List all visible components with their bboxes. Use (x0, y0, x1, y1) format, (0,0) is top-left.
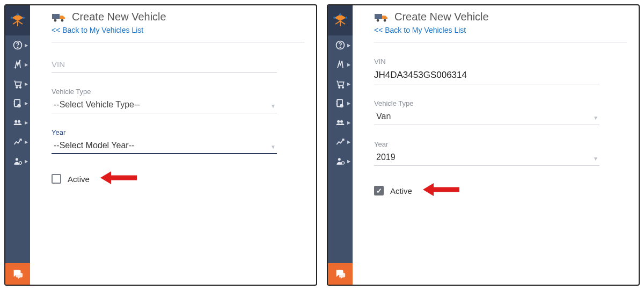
svg-point-9 (19, 105, 20, 106)
nav-analytics[interactable]: ▶ (328, 132, 353, 151)
svg-point-5 (16, 86, 17, 88)
vehicle-type-label: Vehicle Type (374, 99, 599, 107)
year-select[interactable]: --Select Model Year-- (52, 139, 277, 154)
year-label: Year (52, 128, 277, 136)
main-content: Create New Vehicle << Back to My Vehicle… (30, 5, 316, 285)
chevron-right-icon: ▶ (347, 101, 350, 106)
svg-point-1 (11, 17, 13, 19)
panel-right: ▶ ▶ ▶ ▶ ▶ ▶ ▶ (327, 4, 640, 286)
nav-fleet[interactable]: ▶ (5, 113, 30, 132)
vehicle-type-select[interactable]: Van (374, 110, 599, 125)
back-link[interactable]: << Back to My Vehicles List (52, 26, 143, 34)
active-checkbox[interactable] (52, 174, 61, 184)
svg-rect-31 (375, 14, 382, 19)
chevron-right-icon: ▶ (347, 62, 350, 67)
svg-point-10 (14, 120, 17, 123)
nav-routes[interactable]: ▶ (328, 55, 353, 74)
chevron-right-icon: ▶ (25, 82, 28, 86)
svg-point-15 (54, 19, 57, 21)
year-label: Year (374, 140, 599, 148)
vehicle-type-field: Vehicle Type --Select Vehicle Type-- ▼ (52, 88, 277, 113)
panel-left: ▶ ▶ ▶ ▶ ▶ ▶ ▶ (4, 4, 317, 286)
nav-user-settings[interactable]: ▶ (5, 151, 30, 171)
chevron-right-icon: ▶ (25, 101, 28, 106)
svg-point-29 (338, 158, 341, 161)
chevron-right-icon: ▶ (347, 140, 350, 144)
year-field: Year --Select Model Year-- ▼ (52, 128, 277, 154)
nav-routes[interactable]: ▶ (5, 55, 30, 74)
svg-point-23 (342, 86, 344, 88)
chevron-right-icon: ▶ (347, 43, 350, 48)
svg-point-22 (339, 86, 340, 88)
svg-point-19 (345, 17, 347, 19)
nav-fleet[interactable]: ▶ (328, 113, 353, 132)
vehicle-type-select[interactable]: --Select Vehicle Type-- (52, 98, 277, 113)
main-content: Create New Vehicle << Back to My Vehicle… (353, 5, 639, 285)
active-row: Active (52, 170, 304, 187)
svg-point-2 (23, 17, 25, 19)
divider (374, 42, 627, 42)
vehicle-type-label: Vehicle Type (52, 88, 277, 96)
chevron-right-icon: ▶ (347, 120, 350, 125)
nav-user-settings[interactable]: ▶ (328, 151, 353, 171)
vin-field: VIN JH4DA3453GS006314 (374, 57, 599, 84)
svg-point-26 (341, 105, 342, 106)
active-checkbox[interactable]: ✓ (374, 186, 384, 195)
chevron-right-icon: ▶ (25, 140, 28, 144)
nav-orders[interactable]: ▶ (5, 74, 30, 93)
arrow-annotation (99, 170, 137, 187)
active-row: ✓ Active (374, 182, 627, 199)
page-title: Create New Vehicle (394, 11, 489, 23)
nav-help[interactable]: ▶ (5, 35, 30, 55)
vin-input[interactable]: JH4DA3453GS006314 (374, 68, 599, 84)
sidebar: ▶ ▶ ▶ ▶ ▶ ▶ ▶ (5, 5, 30, 285)
sidebar-nav: ▶ ▶ ▶ ▶ ▶ ▶ ▶ (328, 35, 353, 263)
svg-point-13 (19, 162, 22, 164)
chat-button[interactable] (5, 263, 30, 285)
year-field: Year 2019 ▼ (374, 140, 599, 166)
chevron-right-icon: ▶ (25, 43, 28, 48)
nav-help[interactable]: ▶ (328, 35, 353, 55)
svg-point-17 (339, 13, 341, 16)
nav-orders[interactable]: ▶ (328, 74, 353, 93)
arrow-annotation (422, 182, 459, 199)
page-title: Create New Vehicle (72, 11, 166, 23)
back-link[interactable]: << Back to My Vehicles List (374, 26, 466, 34)
truck-icon (374, 12, 389, 23)
active-label: Active (390, 186, 412, 195)
svg-point-21 (340, 47, 340, 48)
svg-point-16 (61, 19, 64, 21)
app-logo (5, 5, 30, 35)
svg-point-18 (333, 17, 335, 19)
divider (52, 42, 304, 42)
svg-point-27 (337, 120, 340, 123)
svg-point-28 (340, 120, 343, 123)
chevron-right-icon: ▶ (347, 82, 350, 86)
chevron-right-icon: ▶ (347, 159, 350, 164)
chevron-right-icon: ▶ (25, 120, 28, 125)
nav-analytics[interactable]: ▶ (5, 132, 30, 151)
chat-button[interactable] (328, 263, 353, 285)
svg-point-32 (377, 19, 379, 21)
vehicle-type-field: Vehicle Type Van ▼ (374, 99, 599, 125)
app-logo (328, 5, 353, 35)
svg-rect-14 (52, 14, 60, 19)
page-header: Create New Vehicle (52, 11, 304, 23)
year-select[interactable]: 2019 (374, 150, 599, 166)
svg-point-30 (342, 162, 345, 164)
chevron-right-icon: ▶ (25, 62, 28, 67)
page-header: Create New Vehicle (374, 11, 627, 23)
vin-input[interactable]: VIN (52, 57, 277, 73)
sidebar: ▶ ▶ ▶ ▶ ▶ ▶ ▶ (328, 5, 353, 285)
sidebar-nav: ▶ ▶ ▶ ▶ ▶ ▶ ▶ (5, 35, 30, 263)
nav-addressbook[interactable]: ▶ (5, 93, 30, 113)
chevron-right-icon: ▶ (25, 159, 28, 164)
truck-icon (52, 12, 67, 23)
svg-point-12 (16, 158, 18, 161)
svg-point-0 (17, 13, 19, 16)
active-label: Active (68, 175, 90, 184)
vin-field: VIN (52, 57, 277, 73)
svg-point-33 (384, 19, 386, 21)
nav-addressbook[interactable]: ▶ (328, 93, 353, 113)
vin-label: VIN (374, 57, 599, 66)
